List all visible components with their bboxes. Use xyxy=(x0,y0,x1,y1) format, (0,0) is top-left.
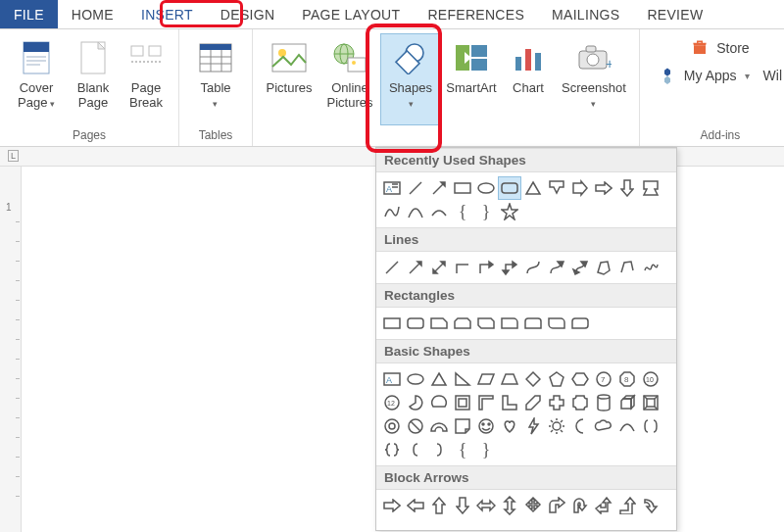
shape-decagon[interactable]: 10 xyxy=(639,367,662,391)
tab-insert[interactable]: INSERT xyxy=(127,0,207,28)
shape-left-right-callout[interactable] xyxy=(639,176,662,200)
shape-cube[interactable] xyxy=(615,391,639,414)
shape-star-5[interactable] xyxy=(498,200,521,223)
shape-plaque[interactable] xyxy=(568,391,592,414)
shape-round-diag[interactable] xyxy=(545,312,568,335)
shape-half-frame[interactable] xyxy=(474,391,498,414)
shape-right-arrow[interactable] xyxy=(592,176,615,200)
shape-left-bracket[interactable] xyxy=(404,438,427,461)
shape-snip-same-side[interactable] xyxy=(451,312,474,335)
shape-right-arrow[interactable] xyxy=(380,494,404,517)
shape-rounded-rectangle[interactable] xyxy=(404,312,427,335)
shape-left-brace[interactable]: { xyxy=(451,438,474,461)
shape-left-arrow[interactable] xyxy=(404,494,427,517)
shape-round-all-but-one[interactable] xyxy=(568,312,592,335)
shape-right-brace[interactable]: } xyxy=(474,200,498,223)
shape-bent-arrow[interactable] xyxy=(545,494,568,517)
shape-curve-arrow[interactable] xyxy=(545,256,568,279)
shape-down-arrow[interactable] xyxy=(451,494,474,517)
shape-bent-up-arrow[interactable] xyxy=(615,494,639,517)
shape-quad-arrow[interactable] xyxy=(521,494,545,517)
shape-cross[interactable] xyxy=(545,391,568,414)
shape-curve-connector[interactable] xyxy=(521,256,545,279)
shape-elbow-double-arrow[interactable] xyxy=(498,256,521,279)
shape-diamond[interactable] xyxy=(521,367,545,391)
shape-right-triangle[interactable] xyxy=(451,367,474,391)
shape-right-arrow-callout[interactable] xyxy=(568,176,592,200)
shape-curve[interactable] xyxy=(380,200,404,223)
shape-hexagon[interactable] xyxy=(568,367,592,391)
cover-page-button[interactable]: Cover Page ▾ xyxy=(6,33,67,125)
shape-snip-diag[interactable] xyxy=(474,312,498,335)
shape-arc2[interactable] xyxy=(615,414,639,438)
shape-lightning[interactable] xyxy=(521,414,545,438)
shape-line[interactable] xyxy=(380,256,404,279)
table-button[interactable]: Table▾ xyxy=(185,33,246,125)
shape-line[interactable] xyxy=(404,176,427,200)
shape-curve-double-arrow[interactable] xyxy=(568,256,592,279)
shape-down-arrow[interactable] xyxy=(615,176,639,200)
shape-parallelogram[interactable] xyxy=(474,367,498,391)
shape-oval[interactable] xyxy=(474,176,498,200)
shape-double-bracket[interactable] xyxy=(639,414,662,438)
tab-page-layout[interactable]: PAGE LAYOUT xyxy=(288,0,414,28)
shape-oval[interactable] xyxy=(404,367,427,391)
shape-pie[interactable] xyxy=(404,391,427,414)
blank-page-button[interactable]: Blank Page xyxy=(67,33,120,125)
online-pictures-button[interactable]: Online Pictures xyxy=(319,33,380,125)
shape-double-arrow[interactable] xyxy=(427,256,451,279)
shape-sun[interactable] xyxy=(545,414,568,438)
smartart-button[interactable]: SmartArt xyxy=(441,33,502,125)
pictures-button[interactable]: Pictures xyxy=(259,33,319,125)
shape-smiley-face[interactable] xyxy=(474,414,498,438)
chart-button[interactable]: Chart xyxy=(502,33,555,125)
shape-folded-corner[interactable] xyxy=(451,414,474,438)
shape-freeform-closed[interactable] xyxy=(592,256,615,279)
shape-text-box[interactable]: A xyxy=(380,367,404,391)
shape-rectangle[interactable] xyxy=(380,312,404,335)
shape-scribble[interactable] xyxy=(639,256,662,279)
shape-up-arrow[interactable] xyxy=(427,494,451,517)
shape-curved-right-arrow[interactable] xyxy=(639,494,662,517)
shape-heart[interactable] xyxy=(498,414,521,438)
shape-chord[interactable] xyxy=(427,391,451,414)
shape-uturn-arrow[interactable] xyxy=(568,494,592,517)
ruler-vertical[interactable]: 1 xyxy=(0,167,22,532)
shape-line-arrow[interactable] xyxy=(404,256,427,279)
shape-pentagon[interactable] xyxy=(545,367,568,391)
shape-round-single[interactable] xyxy=(498,312,521,335)
shape-no-symbol[interactable] xyxy=(404,414,427,438)
page-break-button[interactable]: Page Break xyxy=(120,33,172,125)
shape-donut[interactable] xyxy=(380,414,404,438)
shape-line-arrow[interactable] xyxy=(427,176,451,200)
shape-octagon[interactable]: 8 xyxy=(615,367,639,391)
tab-selector[interactable]: L xyxy=(8,150,19,162)
screenshot-button[interactable]: + Screenshot▾ xyxy=(555,33,633,125)
shape-heptagon[interactable]: 7 xyxy=(592,367,615,391)
shape-rectangle[interactable] xyxy=(451,176,474,200)
shape-diagonal-stripe[interactable] xyxy=(521,391,545,414)
shape-can[interactable] xyxy=(592,391,615,414)
shape-rounded-rectangle[interactable] xyxy=(498,176,521,200)
shape-left-brace[interactable]: { xyxy=(451,200,474,223)
shape-round-same-side[interactable] xyxy=(521,312,545,335)
my-apps-button[interactable]: My Apps ▾ Wil xyxy=(659,67,782,84)
tab-design[interactable]: DESIGN xyxy=(207,0,288,28)
shape-elbow[interactable] xyxy=(451,256,474,279)
shape-freeform[interactable] xyxy=(427,200,451,223)
shape-freeform-open[interactable] xyxy=(615,256,639,279)
shape-triangle[interactable] xyxy=(427,367,451,391)
shape-snip-single[interactable] xyxy=(427,312,451,335)
shape-right-bracket[interactable] xyxy=(427,438,451,461)
shape-trapezoid[interactable] xyxy=(498,367,521,391)
tab-home[interactable]: HOME xyxy=(58,0,127,28)
shape-triangle[interactable] xyxy=(521,176,545,200)
shape-l-shape[interactable] xyxy=(498,391,521,414)
shape-down-arrow-callout[interactable] xyxy=(545,176,568,200)
shape-bevel[interactable] xyxy=(639,391,662,414)
shape-text-box[interactable]: A xyxy=(380,176,404,200)
shape-up-down-arrow[interactable] xyxy=(498,494,521,517)
shape-dodecagon[interactable]: 12 xyxy=(380,391,404,414)
store-button[interactable]: Store xyxy=(691,39,749,57)
shape-moon[interactable] xyxy=(568,414,592,438)
